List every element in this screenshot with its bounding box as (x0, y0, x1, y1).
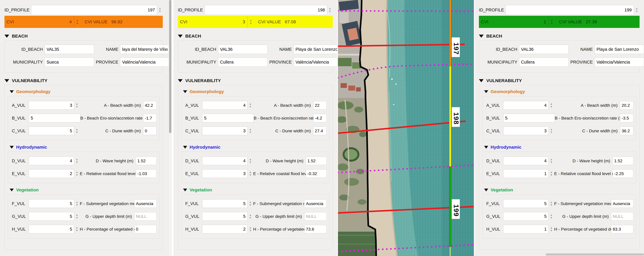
id-beach-input[interactable] (519, 45, 568, 54)
subsection-header-geomorphology[interactable]: Geomorphology (484, 89, 636, 94)
scrollbar-thumb[interactable] (546, 253, 644, 255)
id-profile-input[interactable] (506, 5, 634, 15)
vul-spinbox-input[interactable] (503, 225, 548, 233)
vul-value-field[interactable] (143, 114, 156, 122)
beach-name-input[interactable] (294, 45, 337, 54)
vul-value-field[interactable] (620, 101, 633, 109)
id-beach-input[interactable] (44, 45, 94, 54)
profile-segment-199[interactable] (449, 167, 451, 247)
map-canvas[interactable]: 197 198 199 (338, 0, 474, 256)
vul-value-field[interactable] (143, 101, 156, 109)
vul-value-field[interactable] (611, 225, 633, 233)
vul-value-field[interactable] (313, 127, 326, 135)
cvi-class-value[interactable]: 3 (204, 19, 248, 24)
spinner-arrows-icon[interactable]: ▲▼ (74, 158, 80, 164)
scrollbar-thumb[interactable] (169, 0, 171, 133)
subsection-header-vegetation[interactable]: Vegetation (183, 187, 329, 193)
vul-value-field[interactable] (304, 199, 326, 208)
province-input[interactable] (120, 57, 170, 67)
vul-value-field[interactable] (612, 157, 633, 165)
vul-spinbox-input[interactable] (29, 225, 74, 233)
section-header-vulnerability[interactable]: VULNERABILITY (4, 78, 163, 83)
spinner-arrows-icon[interactable]: ▲▼ (248, 128, 253, 134)
section-header-beach[interactable]: BEACH (178, 33, 333, 39)
vul-spinbox-input[interactable] (503, 199, 548, 208)
vul-value-field[interactable] (306, 169, 326, 178)
beach-name-input[interactable] (120, 45, 170, 54)
vul-value-field[interactable] (306, 157, 326, 165)
vul-value-field[interactable] (620, 114, 633, 122)
vul-value-field[interactable] (620, 127, 633, 135)
vul-spinbox-input[interactable] (202, 225, 248, 233)
vul-spinbox-input[interactable] (29, 101, 74, 109)
spinner-arrows-icon[interactable]: ▲▼ (548, 158, 554, 164)
vul-spinbox-input[interactable] (202, 169, 248, 178)
section-header-beach[interactable]: BEACH (4, 33, 163, 39)
subsection-header-hydrodynamic[interactable]: Hydrodynamic (183, 145, 329, 150)
spinner-arrows-icon[interactable]: ▲▼ (74, 102, 80, 108)
vul-spinbox-input[interactable] (29, 126, 74, 135)
vul-spinbox-input[interactable] (202, 114, 254, 122)
municipality-input[interactable] (44, 57, 94, 67)
profile-segment-198[interactable] (449, 66, 451, 167)
spinner-arrows-icon[interactable]: ▲▼ (548, 102, 554, 108)
subsection-header-vegetation[interactable]: Vegetation (484, 187, 636, 193)
municipality-input[interactable] (218, 57, 268, 67)
vul-value-field[interactable] (143, 127, 156, 135)
subsection-header-hydrodynamic[interactable]: Hydrodynamic (484, 145, 636, 150)
vul-value-field[interactable] (136, 157, 156, 165)
vul-value-field[interactable] (136, 169, 156, 178)
id-profile-spinner-arrows[interactable]: ▲▼ (327, 7, 333, 13)
vertical-scrollbar[interactable] (168, 0, 172, 256)
spinner-arrows-icon[interactable]: ▲▼ (548, 171, 554, 176)
id-profile-input[interactable] (204, 5, 327, 15)
cvi-spinner-arrows[interactable]: ▲▼ (549, 19, 555, 25)
vul-spinbox-input[interactable] (29, 199, 74, 208)
subsection-header-vegetation[interactable]: Vegetation (10, 187, 159, 193)
horizontal-scrollbar[interactable] (474, 253, 644, 256)
spinner-arrows-icon[interactable]: ▲▼ (548, 201, 554, 206)
cvi-class-value[interactable]: 4 (31, 19, 74, 24)
profile-segment-tail[interactable] (449, 247, 451, 256)
beach-name-input[interactable] (594, 45, 644, 54)
id-profile-input[interactable] (31, 5, 157, 15)
spinner-arrows-icon[interactable]: ▲▼ (74, 128, 80, 134)
vul-spinbox-input[interactable] (503, 126, 548, 135)
spinner-arrows-icon[interactable]: ▲▼ (248, 158, 253, 164)
vul-spinbox-input[interactable] (202, 212, 248, 221)
vul-value-field[interactable] (134, 199, 156, 208)
vul-spinbox-input[interactable] (503, 114, 555, 122)
vul-value-field[interactable] (611, 199, 633, 208)
vul-value-field[interactable] (134, 225, 156, 233)
vul-value-field[interactable] (612, 169, 633, 178)
spinner-arrows-icon[interactable]: ▲▼ (248, 213, 253, 219)
vul-spinbox-input[interactable] (29, 212, 74, 221)
vul-value-field[interactable] (304, 212, 326, 220)
municipality-input[interactable] (519, 57, 568, 67)
vul-spinbox-input[interactable] (202, 199, 248, 208)
subsection-header-geomorphology[interactable]: Geomorphology (183, 89, 329, 94)
cvi-class-value[interactable]: 1 (506, 19, 548, 24)
profile-segment-197[interactable] (449, 0, 451, 66)
subsection-header-hydrodynamic[interactable]: Hydrodynamic (10, 145, 159, 150)
spinner-arrows-icon[interactable]: ▲▼ (548, 213, 554, 219)
subsection-header-geomorphology[interactable]: Geomorphology (10, 89, 159, 94)
spinner-arrows-icon[interactable]: ▲▼ (74, 213, 80, 219)
vul-spinbox-input[interactable] (202, 157, 248, 165)
province-input[interactable] (294, 57, 337, 67)
id-profile-spinner-arrows[interactable]: ▲▼ (634, 7, 640, 13)
spinner-arrows-icon[interactable]: ▲▼ (248, 226, 253, 232)
section-header-vulnerability[interactable]: VULNERABILITY (178, 78, 333, 83)
vul-spinbox-input[interactable] (202, 126, 248, 135)
cvi-spinner-arrows[interactable]: ▲▼ (74, 19, 80, 25)
spinner-arrows-icon[interactable]: ▲▼ (74, 201, 80, 206)
section-header-beach[interactable]: BEACH (479, 33, 640, 39)
vul-value-field[interactable] (611, 212, 633, 220)
province-input[interactable] (594, 57, 644, 67)
cvi-spinner-arrows[interactable]: ▲▼ (248, 19, 254, 25)
vul-value-field[interactable] (313, 101, 326, 109)
vul-spinbox-input[interactable] (29, 157, 74, 165)
vul-spinbox-input[interactable] (29, 169, 74, 178)
spinner-arrows-icon[interactable]: ▲▼ (548, 128, 554, 134)
section-header-vulnerability[interactable]: VULNERABILITY (479, 78, 640, 83)
